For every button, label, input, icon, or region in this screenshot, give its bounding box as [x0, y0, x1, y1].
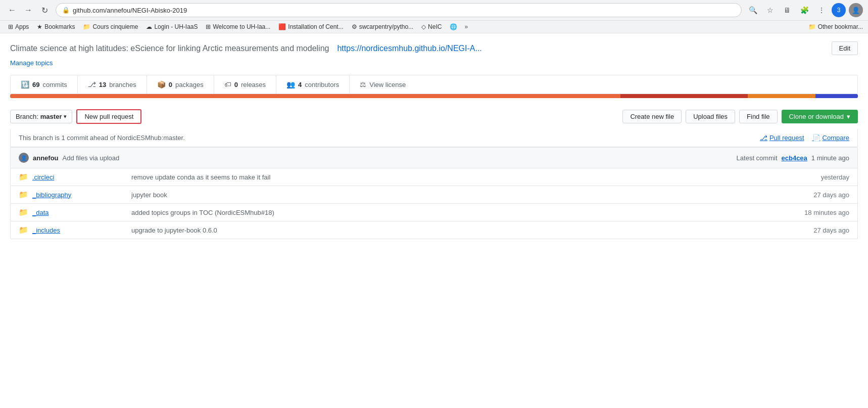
- compare-link[interactable]: 📄 Compare: [812, 134, 849, 142]
- file-table: 📁 .circleci remove update conda as it se…: [10, 168, 858, 239]
- branch-name: master: [40, 113, 62, 120]
- bookmark-bookmarks[interactable]: ★ Bookmarks: [34, 22, 78, 31]
- new-pull-request-button[interactable]: New pull request: [76, 109, 141, 124]
- stats-bar: 🔃 69 commits ⎇ 13 branches 📦 0 packages …: [10, 75, 858, 94]
- address-bar[interactable]: 🔒 github.com/annefou/NEGI-Abisko-2019: [56, 3, 742, 17]
- repo-url[interactable]: https://nordicesmhub.github.io/NEGI-A...: [337, 44, 481, 53]
- back-button[interactable]: ←: [5, 3, 19, 17]
- branch-prefix: Branch:: [16, 113, 38, 120]
- apps-label: Apps: [15, 23, 29, 30]
- ahead-actions: ⎇ Pull request 📄 Compare: [760, 134, 849, 142]
- star-icon: ★: [37, 23, 42, 30]
- main-content: Climate science at high latitudes: eScie…: [0, 33, 868, 249]
- commits-count: 69: [32, 81, 39, 88]
- branches-label: branches: [109, 81, 136, 88]
- bookmark-installation[interactable]: 🟥 Installation of Cent...: [275, 22, 346, 31]
- bookmark-welcome[interactable]: ⊞ Welcome to UH-laa...: [203, 22, 273, 31]
- table-row: 📁 _includes upgrade to jupyter-book 0.6.…: [11, 221, 857, 239]
- repo-description: Climate science at high latitudes: eScie…: [10, 33, 858, 59]
- edit-button[interactable]: Edit: [832, 41, 858, 55]
- table-row: 📁 _bibliography jupyter book 27 days ago: [11, 186, 857, 203]
- screen-button[interactable]: 🖥: [780, 3, 794, 17]
- upload-files-button[interactable]: Upload files: [686, 110, 735, 123]
- apps-icon: ⊞: [8, 23, 13, 30]
- file-name-circleci[interactable]: .circleci: [32, 173, 123, 181]
- commit-hash[interactable]: ecb4cea: [782, 154, 807, 162]
- contributors-label: contributors: [305, 81, 339, 88]
- extensions-button[interactable]: 🧩: [797, 3, 811, 17]
- stat-contributors[interactable]: 👥 4 contributors: [276, 75, 350, 94]
- file-message-includes: upgrade to jupyter-book 0.6.0: [131, 226, 805, 234]
- clone-or-download-button[interactable]: Clone or download ▾: [782, 110, 858, 123]
- latest-commit-prefix: Latest commit: [737, 154, 778, 162]
- bookmark-apps[interactable]: ⊞ Apps: [5, 22, 32, 31]
- nav-buttons: ← → ↻: [5, 3, 52, 17]
- pull-request-link[interactable]: ⎇ Pull request: [760, 134, 804, 142]
- branches-icon: ⎇: [88, 80, 96, 88]
- folder-icon-other: 📁: [808, 23, 816, 30]
- packages-label: packages: [175, 81, 204, 88]
- file-message-bibliography: jupyter book: [131, 191, 805, 199]
- ahead-bar: This branch is 1 commit ahead of NordicE…: [10, 129, 858, 147]
- pull-request-icon: ⎇: [760, 134, 767, 142]
- commit-username[interactable]: annefou: [33, 154, 59, 162]
- commit-info-right: Latest commit ecb4cea 1 minute ago: [737, 154, 849, 162]
- repo-description-text: Climate science at high latitudes: eScie…: [10, 44, 329, 53]
- chevron-down-icon: ▾: [64, 113, 67, 120]
- branch-selector[interactable]: Branch: master ▾: [10, 110, 72, 123]
- create-new-file-button[interactable]: Create new file: [622, 110, 682, 123]
- menu-button[interactable]: ⋮: [814, 3, 829, 17]
- contributors-count: 4: [298, 81, 302, 88]
- stat-packages[interactable]: 📦 0 packages: [147, 75, 214, 94]
- toolbar: Branch: master ▾ New pull request Create…: [10, 104, 858, 129]
- commit-info-bar: 👤 annefou Add files via upload Latest co…: [10, 147, 858, 168]
- license-label: View license: [369, 81, 406, 88]
- refresh-button[interactable]: ↻: [37, 3, 52, 17]
- neic-label: NeIC: [428, 23, 442, 30]
- browser-actions: 🔍 ☆ 🖥 🧩 ⋮ 3 👤: [746, 3, 863, 17]
- stat-releases[interactable]: 🏷 0 releases: [214, 75, 276, 94]
- cours-label: Cours cinquieme: [92, 23, 138, 30]
- commits-icon: 🔃: [21, 80, 29, 88]
- bookmark-star[interactable]: ☆: [763, 3, 777, 17]
- bookmark-neic[interactable]: ◇ NeIC: [418, 22, 445, 31]
- bookmark-login[interactable]: ☁ Login - UH-IaaS: [143, 22, 201, 31]
- manage-topics-link[interactable]: Manage topics: [10, 59, 858, 75]
- clone-chevron-icon: ▾: [847, 113, 850, 120]
- search-button[interactable]: 🔍: [746, 3, 760, 17]
- profile-avatar[interactable]: 👤: [849, 3, 863, 17]
- installation-label: Installation of Cent...: [288, 23, 343, 30]
- ahead-text: This branch is 1 commit ahead of NordicE…: [19, 134, 185, 142]
- stat-license[interactable]: ⚖ View license: [350, 75, 416, 94]
- contributors-icon: 👥: [286, 80, 295, 88]
- toolbar-right: Create new file Upload files Find file C…: [622, 110, 858, 123]
- file-name-includes[interactable]: _includes: [32, 226, 123, 234]
- more-bookmarks[interactable]: »: [464, 23, 468, 30]
- clone-label: Clone or download: [789, 113, 844, 120]
- bookmark-swcarpentry[interactable]: ⚙ swcarpentry/pytho...: [349, 22, 416, 31]
- login-label: Login - UH-IaaS: [154, 23, 198, 30]
- commit-message: Add files via upload: [63, 154, 120, 162]
- find-file-button[interactable]: Find file: [739, 110, 778, 123]
- file-name-bibliography[interactable]: _bibliography: [32, 191, 123, 199]
- stat-branches[interactable]: ⎇ 13 branches: [78, 75, 147, 94]
- bookmark-globe[interactable]: 🌐: [447, 22, 460, 31]
- releases-count: 0: [234, 81, 238, 88]
- commits-label: commits: [42, 81, 67, 88]
- other-bookmarks[interactable]: 📁 Other bookmar...: [808, 23, 863, 30]
- stat-commits[interactable]: 🔃 69 commits: [11, 75, 78, 94]
- welcome-label: Welcome to UH-laa...: [213, 23, 270, 30]
- file-time-includes: 27 days ago: [813, 226, 849, 234]
- packages-count: 0: [169, 81, 172, 88]
- releases-icon: 🏷: [224, 80, 231, 88]
- grid-icon: ⊞: [206, 23, 211, 30]
- bookmark-cours[interactable]: 📁 Cours cinquieme: [80, 22, 141, 31]
- packages-icon: 📦: [157, 80, 166, 88]
- forward-button[interactable]: →: [21, 3, 35, 17]
- language-bar: [10, 94, 858, 98]
- table-row: 📁 .circleci remove update conda as it se…: [11, 168, 857, 186]
- file-time-data: 18 minutes ago: [804, 209, 849, 216]
- file-message-circleci: remove update conda as it seems to make …: [131, 173, 813, 181]
- file-name-data[interactable]: _data: [32, 209, 123, 216]
- commit-time: 1 minute ago: [811, 154, 849, 162]
